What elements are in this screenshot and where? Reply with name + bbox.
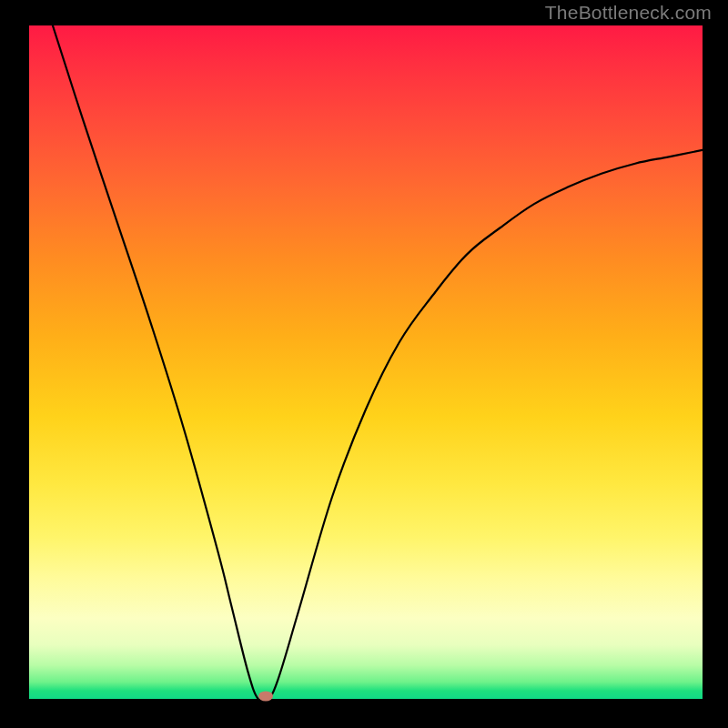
plot-area <box>29 25 703 699</box>
curve-svg <box>29 25 703 699</box>
optimal-point-marker <box>258 692 273 702</box>
watermark-text: TheBottleneck.com <box>545 2 712 24</box>
bottleneck-curve <box>53 25 703 699</box>
chart-frame: TheBottleneck.com <box>0 0 728 728</box>
